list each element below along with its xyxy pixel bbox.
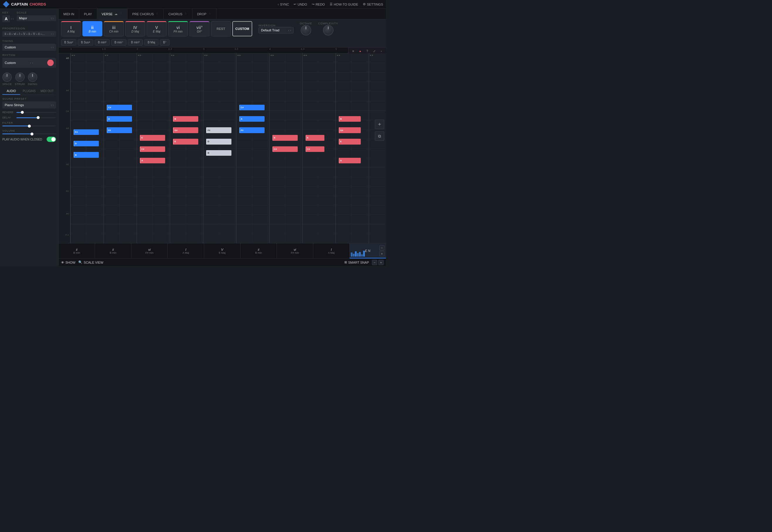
chord-btn-ii[interactable]: ii B min [82, 21, 102, 36]
volume-slider[interactable] [2, 133, 56, 134]
var-btn-min7[interactable]: B min⁷ [111, 39, 126, 45]
note-b-1[interactable]: B [74, 152, 99, 157]
sound-preset-selector[interactable]: Piano Strings ‹ › [2, 101, 56, 109]
octave-knob[interactable] [301, 25, 311, 35]
timing-next[interactable]: › [53, 46, 54, 49]
bottom-cell-0[interactable]: ii B min [59, 243, 95, 258]
note-g#-4[interactable]: G# [173, 127, 198, 133]
timing-selector[interactable]: Custom ‹ › [2, 44, 56, 51]
chord-btn-V[interactable]: V E Maj [147, 21, 167, 36]
note-c#-3[interactable]: C# [140, 146, 165, 152]
scale-prev[interactable]: ‹ [51, 17, 52, 20]
prog-next[interactable]: › [53, 32, 54, 35]
chord-btn-vi[interactable]: vi F# min [168, 21, 188, 36]
bottom-cell-5[interactable]: ii B min [241, 243, 277, 258]
note-g#-9[interactable]: G# [339, 127, 361, 133]
rhythm-next[interactable]: › [32, 61, 33, 65]
tab-play[interactable]: PLAY [79, 9, 97, 19]
tab-midi-out[interactable]: MIDI OUT [38, 88, 56, 95]
note-f#-5[interactable]: F# [206, 127, 231, 133]
tab-audio[interactable]: AUDIO [2, 88, 20, 95]
settings-action[interactable]: ⚙ SETTINGS [363, 2, 383, 6]
bottom-cell-4[interactable]: V E Maj [204, 243, 241, 258]
note-e-3[interactable]: E [140, 135, 165, 140]
show-btn[interactable]: 👁 SHOW [61, 261, 75, 264]
reverb-slider[interactable] [16, 112, 56, 113]
how-to-guide-action[interactable]: ☰ HOW-TO GUIDE [330, 2, 358, 6]
note-c#-2[interactable]: C# [107, 105, 132, 110]
note-e-4[interactable]: E [173, 139, 198, 144]
note-c#-6[interactable]: C# [239, 105, 265, 110]
key-next[interactable]: › [13, 17, 13, 21]
note-e-9[interactable]: E [339, 139, 361, 144]
sync-action[interactable]: ↑ SYNC [277, 3, 289, 6]
chord-btn-iii[interactable]: iii C# min [104, 21, 124, 36]
note-a-3[interactable]: A [140, 158, 165, 163]
inversion-prev[interactable]: ‹ [288, 29, 289, 32]
note-a-2[interactable]: A [107, 116, 132, 122]
progression-selector[interactable]: ii – ii – vi – I – V – ii – V – ii – I –… [2, 31, 56, 37]
note-e-7[interactable]: E [272, 135, 298, 140]
swing-knob[interactable] [28, 72, 37, 82]
note-c#-8[interactable]: C# [306, 146, 325, 152]
timing-prev[interactable]: ‹ [51, 46, 52, 49]
zoom-plus[interactable]: + [379, 251, 385, 256]
chord-btn-rest[interactable]: REST [211, 21, 231, 36]
var-btn-min6[interactable]: B min⁶ [95, 39, 110, 45]
play-audio-toggle[interactable] [47, 137, 56, 142]
filter-slider[interactable] [2, 126, 56, 126]
note-b-4[interactable]: B [173, 116, 198, 122]
note-f#-2[interactable]: F# [107, 127, 132, 133]
redo-action[interactable]: ↪ REDO [312, 2, 325, 6]
note-b-9[interactable]: B [339, 116, 361, 122]
bottom-cell-6[interactable]: vi F# min [277, 243, 313, 258]
tab-plugins[interactable]: PLUGINS [20, 88, 38, 95]
bottom-cell-7[interactable]: I A Maj [313, 243, 350, 258]
tab-chorus[interactable]: CHORUS ⋮ [164, 9, 192, 19]
zoom-minus[interactable]: − [379, 245, 385, 250]
tab-drop[interactable]: DROP ⋮ [192, 9, 216, 19]
tab-pre-chorus[interactable]: PRE CHORUS ⋮ [128, 9, 164, 19]
chord-btn-IV[interactable]: IV D Maj [125, 21, 145, 36]
zoom-in-btn[interactable]: + [378, 260, 384, 265]
rhythm-prev[interactable]: ‹ [30, 61, 31, 65]
chord-btn-custom[interactable]: CUSTOM [232, 21, 252, 36]
bottom-cell-2[interactable]: vi F# min [131, 243, 168, 258]
preset-next[interactable]: › [53, 104, 54, 107]
chord-btn-vii[interactable]: vii° G#° [189, 21, 209, 36]
inversion-selector[interactable]: Default Triad ‹ › [258, 27, 294, 33]
bottom-cell-3[interactable]: I A Maj [168, 243, 204, 258]
strum-knob[interactable] [15, 72, 25, 82]
scale-view-btn[interactable]: 🔍 SCALE VIEW [78, 260, 103, 264]
delay-slider[interactable] [16, 117, 56, 118]
space-knob[interactable] [2, 72, 12, 82]
var-btn-sus2[interactable]: B Sus² [61, 39, 76, 45]
note-f#-1[interactable]: F# [74, 129, 99, 135]
var-btn-sus4[interactable]: B Sus⁴ [78, 39, 93, 45]
zoom-out-btn[interactable]: − [372, 260, 377, 265]
scale-selector[interactable]: Major ‹ › [17, 15, 56, 21]
preset-prev[interactable]: ‹ [51, 104, 52, 107]
add-note-btn[interactable]: + [375, 120, 384, 129]
var-btn-7[interactable]: B⁷ [160, 39, 170, 45]
smart-snap-btn[interactable]: ⊞ SMART SNAP [344, 260, 369, 264]
note-b-5[interactable]: B [206, 150, 231, 156]
var-btn-min9[interactable]: B min⁹ [128, 39, 143, 45]
prog-prev[interactable]: ‹ [51, 32, 52, 35]
undo-action[interactable]: ↩ UNDO [294, 2, 307, 6]
copy-note-btn[interactable]: ⧉ [375, 131, 384, 141]
note-f#-6[interactable]: F# [239, 127, 265, 133]
var-btn-maj[interactable]: B Maj [144, 39, 158, 45]
key-value[interactable]: A [2, 15, 10, 22]
scale-next[interactable]: › [53, 17, 54, 20]
note-d-5[interactable]: D [206, 139, 231, 144]
bottom-cell-1[interactable]: ii B min [95, 243, 131, 258]
inversion-next[interactable]: › [290, 29, 291, 32]
tab-verse[interactable]: VERSE ☁ ⋮ [97, 9, 128, 19]
note-a-9[interactable]: A [339, 158, 361, 163]
key-prev[interactable]: ‹ [11, 17, 12, 21]
tab-midi-in[interactable]: MIDI IN [59, 9, 79, 19]
complexity-knob[interactable] [323, 25, 333, 35]
rhythm-record-btn[interactable] [47, 60, 54, 66]
note-a-6[interactable]: A [239, 116, 265, 122]
